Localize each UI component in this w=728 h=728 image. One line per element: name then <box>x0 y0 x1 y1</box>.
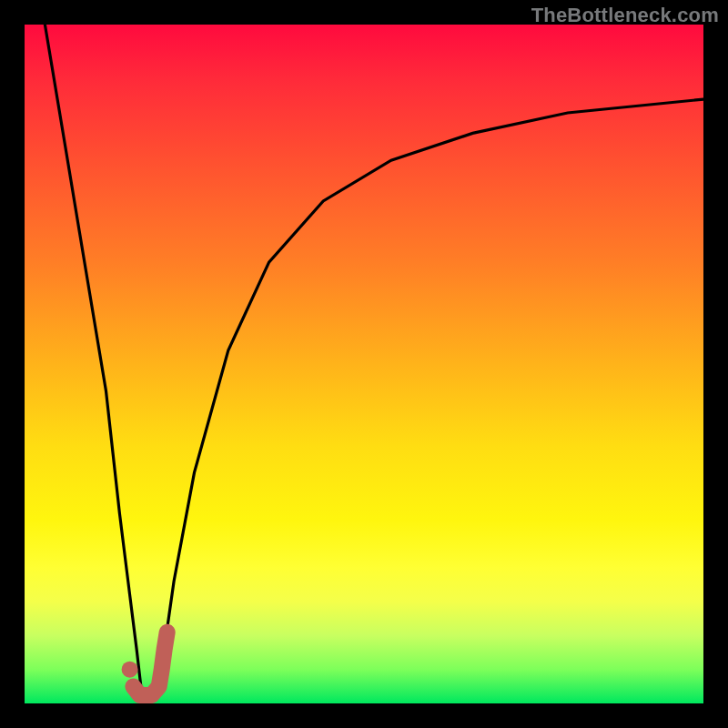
chart-frame: TheBottleneck.com <box>0 0 728 728</box>
j-marker-dot <box>122 662 138 678</box>
plot-area <box>25 25 703 703</box>
chart-svg <box>25 25 703 703</box>
bottleneck-curve-left <box>45 25 141 690</box>
bottleneck-curve-right <box>160 99 703 676</box>
